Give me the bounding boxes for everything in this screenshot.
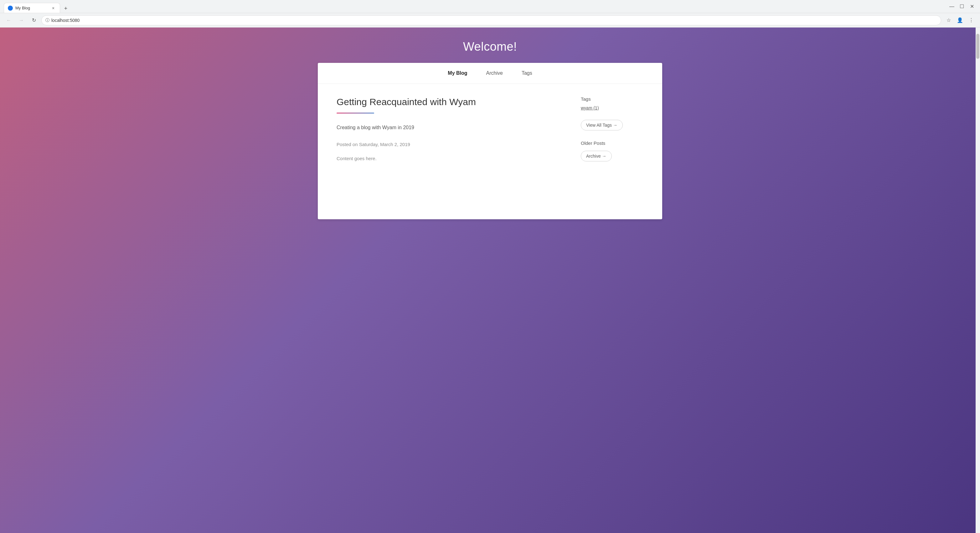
sidebar-tag-wyam[interactable]: wyam (1) bbox=[581, 105, 643, 110]
address-bar[interactable]: ⓘ localhost:5080 bbox=[41, 15, 941, 25]
browser-toolbar: ← → ↻ ⓘ localhost:5080 ☆ 👤 ⋮ bbox=[0, 13, 980, 27]
tab-title: My Blog bbox=[15, 6, 48, 10]
scrollbar-thumb[interactable] bbox=[976, 34, 979, 59]
forward-button[interactable]: → bbox=[16, 15, 26, 25]
bookmark-button[interactable]: ☆ bbox=[944, 15, 954, 25]
blog-body: Getting Reacquainted with Wyam Creating … bbox=[318, 84, 662, 190]
blog-nav: My Blog Archive Tags bbox=[318, 63, 662, 84]
reload-button[interactable]: ↻ bbox=[29, 15, 39, 25]
maximize-button[interactable]: ☐ bbox=[958, 2, 966, 11]
post-excerpt: Creating a blog with Wyam in 2019 bbox=[337, 124, 562, 132]
sidebar-tags-section: Tags wyam (1) View All Tags → bbox=[581, 96, 643, 130]
new-tab-button[interactable]: + bbox=[61, 4, 70, 13]
archive-button[interactable]: Archive → bbox=[581, 151, 612, 162]
sidebar-older-posts-section: Older Posts Archive → bbox=[581, 140, 643, 162]
nav-link-myblog[interactable]: My Blog bbox=[448, 69, 467, 77]
back-button[interactable]: ← bbox=[4, 15, 14, 25]
browser-titlebar: My Blog × + — ☐ ✕ bbox=[0, 0, 980, 13]
address-text: localhost:5080 bbox=[51, 18, 80, 23]
post-content: Content goes here. bbox=[337, 156, 562, 161]
menu-button[interactable]: ⋮ bbox=[966, 15, 976, 25]
nav-link-tags[interactable]: Tags bbox=[522, 69, 532, 77]
browser-frame: My Blog × + — ☐ ✕ ← → ↻ ⓘ localhost:5080… bbox=[0, 0, 980, 533]
blog-sidebar: Tags wyam (1) View All Tags → Older Post… bbox=[581, 96, 643, 171]
page-content: Welcome! My Blog Archive Tags Getting Re… bbox=[0, 27, 980, 533]
blog-main: Getting Reacquainted with Wyam Creating … bbox=[337, 96, 562, 171]
toolbar-actions: ☆ 👤 ⋮ bbox=[944, 15, 976, 25]
tab-favicon bbox=[8, 6, 13, 11]
scrollbar[interactable] bbox=[975, 27, 980, 533]
post-divider bbox=[337, 113, 374, 114]
sidebar-tags-title: Tags bbox=[581, 96, 643, 102]
secure-icon: ⓘ bbox=[45, 17, 49, 23]
minimize-button[interactable]: — bbox=[947, 2, 956, 11]
window-controls: — ☐ ✕ bbox=[947, 2, 976, 11]
browser-tabs: My Blog × + bbox=[4, 0, 945, 13]
post-title: Getting Reacquainted with Wyam bbox=[337, 96, 562, 108]
page-welcome-heading: Welcome! bbox=[463, 40, 517, 54]
view-all-tags-button[interactable]: View All Tags → bbox=[581, 120, 623, 130]
account-button[interactable]: 👤 bbox=[955, 15, 965, 25]
close-button[interactable]: ✕ bbox=[967, 2, 976, 11]
post-date: Posted on Saturday, March 2, 2019 bbox=[337, 142, 562, 147]
sidebar-older-posts-title: Older Posts bbox=[581, 140, 643, 146]
browser-tab-active[interactable]: My Blog × bbox=[4, 3, 60, 13]
tab-close-button[interactable]: × bbox=[51, 5, 56, 11]
nav-link-archive[interactable]: Archive bbox=[486, 69, 503, 77]
blog-container: My Blog Archive Tags Getting Reacquainte… bbox=[318, 63, 662, 219]
